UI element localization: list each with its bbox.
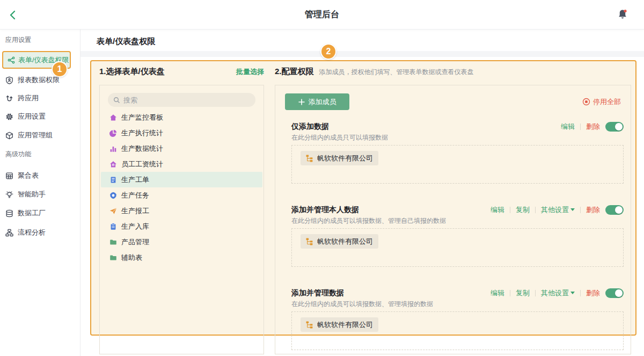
select-form-title: 1.选择表单/仪表盘 xyxy=(99,67,165,77)
enable-toggle[interactable] xyxy=(605,288,624,298)
copy-link[interactable]: 复制 xyxy=(516,205,530,215)
other-settings-dropdown[interactable]: 其他设置 xyxy=(541,205,575,215)
sidebar-item-label: 应用管理组 xyxy=(18,130,53,140)
list-item-production-monitor[interactable]: 生产监控看板 xyxy=(101,110,262,125)
sidebar-item-process-analysis[interactable]: 流程分析 xyxy=(5,227,46,238)
sidebar-item-aggregate-table[interactable]: 聚合表 xyxy=(5,170,39,181)
sidebar-item-cross-app[interactable]: 跨应用 xyxy=(5,93,39,104)
action-divider xyxy=(580,123,581,130)
group-title: 添加并管理本人数据 xyxy=(291,205,359,215)
task-badge-icon xyxy=(109,192,117,199)
member-tag-label: 帆软软件有限公司 xyxy=(317,154,373,163)
group-description: 在此分组内的成员可以填报数据、管理自己填报的数据 xyxy=(291,216,624,226)
sidebar-item-label: 应用设置 xyxy=(18,112,46,121)
cross-app-arrows-icon xyxy=(5,95,13,103)
member-area[interactable]: 帆软软件有限公司 xyxy=(291,145,624,184)
other-settings-label: 其他设置 xyxy=(541,288,569,298)
sidebar-item-smart-assistant[interactable]: 智能助手 xyxy=(5,189,46,200)
share-nodes-icon xyxy=(8,56,15,64)
chevron-down-icon xyxy=(570,292,575,294)
lightbulb-icon xyxy=(5,191,13,199)
enable-toggle[interactable] xyxy=(605,122,624,132)
aggregate-table-icon xyxy=(5,172,13,180)
list-item-label: 生产数据统计 xyxy=(121,144,163,154)
list-item-production-task[interactable]: 生产任务 xyxy=(101,187,262,203)
search-input[interactable] xyxy=(123,96,250,104)
list-item-auxiliary-table[interactable]: 辅助表 xyxy=(101,250,262,265)
list-item-label: 生产工单 xyxy=(121,175,149,185)
notification-bell-button[interactable] xyxy=(616,8,629,21)
sidebar-item-label: 聚合表 xyxy=(18,171,39,180)
permission-group-add-only: 仅添加数据 编辑 删除 在此分组内的成员只可以填报数据 xyxy=(291,121,624,184)
permission-toolbar: 添加成员 停用全部 xyxy=(275,85,631,110)
edit-link[interactable]: 编辑 xyxy=(561,122,575,132)
action-divider xyxy=(510,290,510,296)
bell-icon xyxy=(616,8,629,21)
delete-link[interactable]: 删除 xyxy=(586,288,600,298)
list-item-production-work-order[interactable]: 生产工单 xyxy=(101,172,262,187)
member-tag-label: 帆软软件有限公司 xyxy=(317,320,373,330)
member-area[interactable]: 帆软软件有限公司 xyxy=(291,311,624,350)
process-nodes-icon xyxy=(5,229,13,237)
list-item-employee-salary-stats[interactable]: 员工工资统计 xyxy=(101,156,262,172)
member-tag[interactable]: 帆软软件有限公司 xyxy=(301,234,378,249)
content-divider-strip xyxy=(80,51,644,57)
stop-icon xyxy=(582,98,590,106)
sidebar-item-label: 数据工厂 xyxy=(18,208,46,218)
list-item-product-management[interactable]: 产品管理 xyxy=(101,234,262,250)
folder-icon xyxy=(109,238,117,246)
sidebar-item-label: 跨应用 xyxy=(18,93,39,103)
batch-select-link[interactable]: 批量选择 xyxy=(236,67,264,77)
sidebar-item-app-admin-group[interactable]: 应用管理组 xyxy=(5,130,53,141)
delete-link[interactable]: 删除 xyxy=(586,122,600,132)
plus-icon xyxy=(298,99,305,105)
permission-group-manage-own-data: 添加并管理本人数据 编辑 复制 其他设置 xyxy=(291,205,624,267)
clipboard-icon xyxy=(109,223,117,230)
action-divider xyxy=(535,290,536,296)
list-item-production-inbound[interactable]: 生产入库 xyxy=(101,219,262,234)
main-content: 表单/仪表盘权限 2 1.选择表单/仪表盘 批量选择 2.配置权限 添加成员，授… xyxy=(80,30,644,356)
toggle-knob xyxy=(615,289,623,297)
send-arrow-icon xyxy=(109,207,117,215)
select-form-panel-header: 1.选择表单/仪表盘 批量选择 xyxy=(99,67,264,77)
other-settings-dropdown[interactable]: 其他设置 xyxy=(541,288,575,298)
sidebar-item-app-settings[interactable]: 应用设置 xyxy=(5,111,46,122)
add-member-button[interactable]: 添加成员 xyxy=(285,93,349,110)
list-item-label: 生产任务 xyxy=(121,191,149,200)
list-item-label: 生产执行统计 xyxy=(121,128,163,138)
admin-backend-app: 管理后台 应用设置 表单/仪表盘权限 报表数据权限 xyxy=(0,0,644,356)
chevron-down-icon xyxy=(570,208,575,211)
delete-link[interactable]: 删除 xyxy=(586,205,600,215)
enable-toggle[interactable] xyxy=(605,205,624,215)
pie-chart-icon xyxy=(109,129,117,137)
member-tag[interactable]: 帆软软件有限公司 xyxy=(301,317,378,332)
step-badge-1: 1 xyxy=(52,61,68,77)
org-tree-icon xyxy=(306,321,313,329)
edit-link[interactable]: 编辑 xyxy=(491,288,504,298)
search-icon xyxy=(113,97,120,104)
list-item-production-report[interactable]: 生产报工 xyxy=(101,203,262,219)
edit-link[interactable]: 编辑 xyxy=(491,205,504,215)
list-item-production-data-stats[interactable]: 生产数据统计 xyxy=(101,141,262,156)
group-title: 添加并管理数据 xyxy=(291,288,344,298)
search-box[interactable] xyxy=(108,93,255,107)
sidebar-item-label: 流程分析 xyxy=(18,228,46,237)
form-list: 生产监控看板 生产执行统计 生产数据统计 xyxy=(100,110,264,265)
disable-all-button[interactable]: 停用全部 xyxy=(582,97,621,107)
form-list-card: 生产监控看板 生产执行统计 生产数据统计 xyxy=(99,85,264,354)
permission-config-card: 添加成员 停用全部 仅添加数据 编辑 xyxy=(275,85,631,354)
list-item-label: 产品管理 xyxy=(121,237,149,247)
action-divider xyxy=(580,290,581,296)
page-title: 表单/仪表盘权限 xyxy=(97,37,155,47)
other-settings-label: 其他设置 xyxy=(541,205,569,215)
member-tag[interactable]: 帆软软件有限公司 xyxy=(301,151,378,165)
sidebar-item-data-factory[interactable]: 数据工厂 xyxy=(5,208,46,219)
toggle-knob xyxy=(615,123,623,130)
member-area[interactable]: 帆软软件有限公司 xyxy=(291,228,624,267)
copy-link[interactable]: 复制 xyxy=(516,288,530,298)
add-member-label: 添加成员 xyxy=(309,97,336,107)
list-item-label: 生产报工 xyxy=(121,206,149,216)
list-item-production-exec-stats[interactable]: 生产执行统计 xyxy=(101,125,262,141)
sidebar-item-report-data-permission[interactable]: 报表数据权限 xyxy=(5,75,60,85)
group-description: 在此分组内的成员可以填报数据、管理填报的数据 xyxy=(291,300,624,309)
